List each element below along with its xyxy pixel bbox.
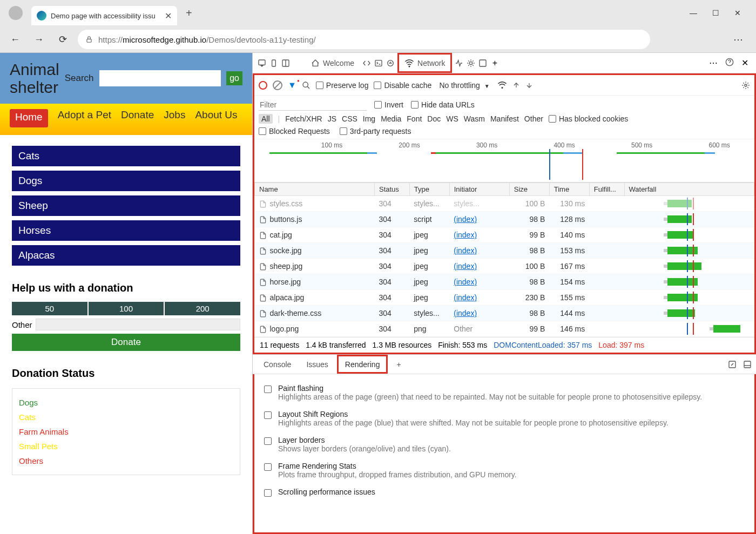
devtools-menu-icon[interactable]: ⋯ [709, 58, 718, 68]
initiator-link[interactable]: (index) [454, 215, 477, 224]
browser-tab[interactable]: Demo page with accessibility issu ✕ [31, 6, 177, 25]
devtools-close-icon[interactable]: ✕ [741, 58, 748, 68]
nav-item-home[interactable]: Home [10, 109, 48, 127]
drawer-tab-console[interactable]: Console [257, 355, 298, 374]
hide-data-urls-checkbox[interactable]: Hide data URLs [411, 100, 475, 109]
filter-input[interactable] [259, 99, 367, 111]
initiator-link[interactable]: (index) [454, 231, 477, 239]
table-row[interactable]: alpaca.jpg304jpeg(index)230 B155 ms [255, 290, 754, 306]
sources-icon[interactable] [386, 58, 395, 68]
blocked-cookies-checkbox[interactable]: Has blocked cookies [549, 114, 628, 123]
forward-button[interactable]: → [30, 31, 48, 48]
disable-cache-checkbox[interactable]: Disable cache [374, 81, 431, 90]
drawer-add-tab[interactable]: + [390, 355, 407, 374]
filter-type-manifest[interactable]: Manifest [490, 114, 519, 123]
network-timeline[interactable]: 100 ms200 ms300 ms400 ms500 ms600 ms [254, 139, 754, 182]
performance-icon[interactable] [454, 58, 464, 68]
initiator-link[interactable]: (index) [454, 309, 477, 317]
other-amount-input[interactable] [36, 319, 240, 330]
drawer-tab-issues[interactable]: Issues [300, 355, 334, 374]
filter-toggle-icon[interactable]: ▼ [288, 80, 296, 90]
initiator-link[interactable]: (index) [454, 293, 477, 302]
profile-icon[interactable] [9, 6, 23, 20]
network-conditions-icon[interactable] [497, 80, 507, 90]
search-icon[interactable] [302, 81, 310, 90]
drawer-tab-rendering[interactable]: Rendering [337, 355, 388, 374]
invert-checkbox[interactable]: Invert [374, 100, 403, 109]
close-icon[interactable]: ✕ [734, 9, 741, 17]
column-header[interactable]: Initiator [449, 183, 509, 196]
nav-item-about-us[interactable]: About Us [195, 109, 237, 127]
tab-network[interactable]: Network [397, 53, 452, 73]
filter-type-ws[interactable]: WS [446, 114, 458, 123]
donate-amount-100[interactable]: 100 [89, 302, 164, 315]
initiator-link[interactable]: (index) [454, 246, 477, 255]
drawer-dock-icon[interactable] [743, 360, 752, 369]
nav-item-adopt-a-pet[interactable]: Adopt a Pet [58, 109, 111, 127]
category-dogs[interactable]: Dogs [12, 171, 240, 191]
filter-type-css[interactable]: CSS [342, 114, 357, 123]
table-row[interactable]: sheep.jpg304jpeg(index)100 B167 ms [255, 259, 754, 274]
filter-type-all[interactable]: All [259, 114, 273, 124]
filter-type-fetch-xhr[interactable]: Fetch/XHR [285, 114, 322, 123]
column-header[interactable]: Time [549, 183, 589, 196]
maximize-icon[interactable]: ☐ [712, 9, 719, 17]
throttling-select[interactable]: No throttling ▼ [437, 81, 491, 90]
column-header[interactable]: Waterfall [624, 183, 754, 196]
device-icon[interactable] [269, 58, 279, 68]
table-row[interactable]: socke.jpg304jpeg(index)98 B153 ms [255, 243, 754, 259]
column-header[interactable]: Fulfill... [589, 183, 624, 196]
more-tabs-icon[interactable]: + [490, 58, 500, 68]
blocked-requests-checkbox[interactable]: Blocked Requests [259, 127, 330, 136]
refresh-button[interactable]: ⟳ [54, 31, 71, 48]
filter-type-doc[interactable]: Doc [427, 114, 441, 123]
drawer-expand-icon[interactable] [728, 360, 737, 369]
rendering-checkbox[interactable] [264, 489, 272, 497]
browser-menu-icon[interactable]: ⋯ [727, 33, 750, 45]
preserve-log-checkbox[interactable]: Preserve log [316, 81, 369, 90]
dock-icon[interactable] [281, 58, 291, 68]
filter-type-media[interactable]: Media [381, 114, 401, 123]
initiator-link[interactable]: (index) [454, 262, 477, 271]
table-row[interactable]: buttons.js304script(index)98 B128 ms [255, 212, 754, 227]
filter-type-img[interactable]: Img [363, 114, 375, 123]
category-alpacas[interactable]: Alpacas [12, 245, 240, 266]
memory-icon[interactable] [466, 58, 476, 68]
help-icon[interactable] [725, 58, 734, 68]
rendering-checkbox[interactable] [264, 386, 272, 393]
console-icon[interactable] [374, 58, 383, 68]
table-row[interactable]: cat.jpg304jpeg(index)99 B140 ms [255, 227, 754, 243]
rendering-checkbox[interactable] [264, 463, 272, 471]
back-button[interactable]: ← [6, 31, 24, 48]
nav-item-jobs[interactable]: Jobs [164, 109, 185, 127]
column-header[interactable]: Type [409, 183, 449, 196]
filter-type-wasm[interactable]: Wasm [464, 114, 485, 123]
elements-icon[interactable] [362, 58, 372, 68]
donate-button[interactable]: Donate [12, 334, 240, 351]
filter-type-font[interactable]: Font [407, 114, 422, 123]
column-header[interactable]: Name [255, 183, 375, 196]
clear-button[interactable] [273, 80, 282, 90]
settings-icon[interactable] [741, 81, 750, 90]
export-icon[interactable] [525, 82, 533, 89]
nav-item-donate[interactable]: Donate [121, 109, 154, 127]
category-sheep[interactable]: Sheep [12, 195, 240, 216]
tab-close-icon[interactable]: ✕ [165, 11, 172, 21]
initiator-link[interactable]: (index) [454, 278, 477, 286]
table-row[interactable]: dark-theme.css304styles...(index)98 B144… [255, 306, 754, 321]
table-row[interactable]: horse.jpg304jpeg(index)98 B154 ms [255, 274, 754, 290]
new-tab-button[interactable]: + [181, 7, 197, 19]
donate-amount-50[interactable]: 50 [12, 302, 87, 315]
column-header[interactable]: Status [375, 183, 410, 196]
category-cats[interactable]: Cats [12, 146, 240, 166]
filter-type-js[interactable]: JS [328, 114, 336, 123]
search-input[interactable] [99, 70, 221, 86]
inspect-icon[interactable] [257, 58, 267, 68]
record-button[interactable] [259, 81, 267, 90]
donate-amount-200[interactable]: 200 [165, 302, 240, 315]
import-icon[interactable] [512, 82, 520, 89]
tab-welcome[interactable]: Welcome [306, 53, 360, 73]
table-row[interactable]: styles.css304styles...styles...100 B130 … [255, 196, 754, 212]
go-button[interactable]: go [226, 71, 242, 85]
address-bar[interactable]: https://microsoftedge.github.io/Demos/de… [78, 30, 650, 49]
